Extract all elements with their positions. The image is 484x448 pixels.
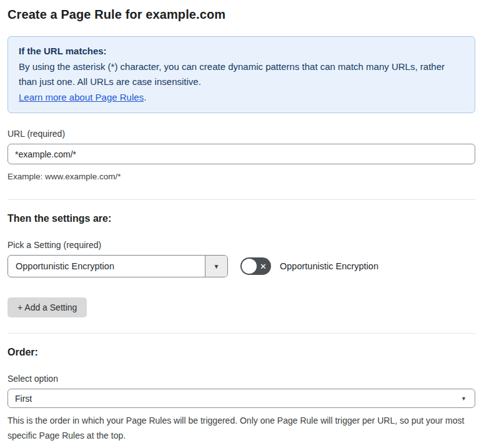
order-section-heading: Order: bbox=[7, 347, 475, 358]
setting-select[interactable]: Opportunistic Encryption ▼ bbox=[7, 255, 228, 277]
info-box-body: By using the asterisk (*) character, you… bbox=[19, 59, 464, 90]
order-select[interactable]: First ▼ bbox=[7, 389, 475, 408]
toggle-x-icon: ✕ bbox=[260, 262, 267, 271]
url-input[interactable] bbox=[7, 144, 475, 164]
opportunistic-encryption-toggle[interactable]: ✕ bbox=[240, 257, 271, 275]
pick-setting-label: Pick a Setting (required) bbox=[7, 240, 475, 250]
toggle-label: Opportunistic Encryption bbox=[280, 261, 378, 271]
divider bbox=[7, 333, 475, 334]
learn-more-link[interactable]: Learn more about Page Rules bbox=[19, 92, 144, 102]
url-field-label: URL (required) bbox=[7, 129, 475, 139]
order-helper-text: This is the order in which your Page Rul… bbox=[7, 414, 474, 443]
link-suffix: . bbox=[144, 92, 146, 102]
info-box-link-line: Learn more about Page Rules. bbox=[19, 90, 464, 106]
url-helper-text: Example: www.example.com/* bbox=[7, 169, 475, 184]
add-setting-button[interactable]: + Add a Setting bbox=[7, 297, 87, 317]
page-title: Create a Page Rule for example.com bbox=[7, 7, 475, 22]
url-match-info-box: If the URL matches: By using the asteris… bbox=[7, 36, 475, 113]
setting-row: Opportunistic Encryption ▼ ✕ Opportunist… bbox=[7, 255, 475, 277]
order-select-label: Select option bbox=[7, 374, 475, 384]
setting-select-value: Opportunistic Encryption bbox=[8, 256, 205, 277]
order-select-value: First bbox=[15, 394, 32, 404]
info-box-heading: If the URL matches: bbox=[19, 44, 464, 59]
divider bbox=[7, 199, 475, 200]
caret-down-icon: ▼ bbox=[461, 396, 467, 402]
caret-down-icon[interactable]: ▼ bbox=[205, 256, 227, 277]
settings-section-heading: Then the settings are: bbox=[7, 213, 475, 224]
toggle-knob bbox=[242, 259, 257, 274]
